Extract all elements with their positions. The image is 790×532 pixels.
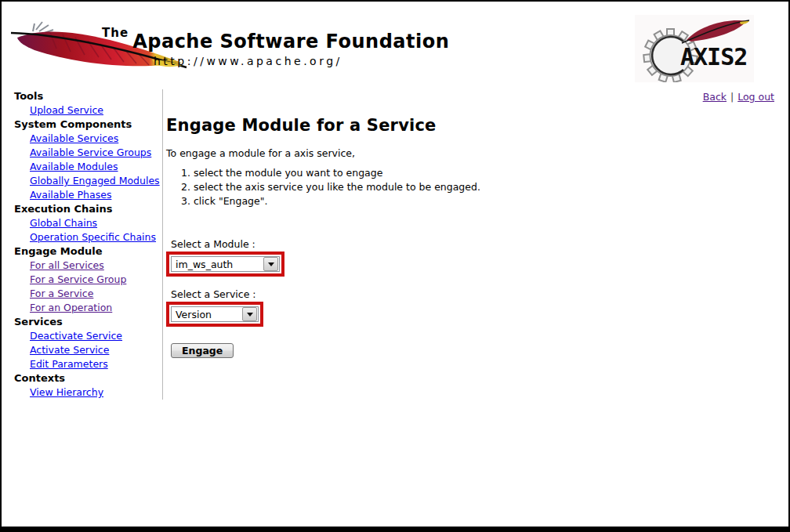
sidebar-item-available-service-groups[interactable]: Available Service Groups	[2, 146, 161, 160]
brand-prefix: The	[102, 26, 129, 40]
instruction-list: select the module you want to engage sel…	[166, 166, 781, 208]
module-select-value: im_ws_auth	[176, 259, 233, 270]
module-select[interactable]: im_ws_auth	[171, 256, 280, 272]
sidebar-section-contexts: Contexts	[2, 371, 161, 385]
brand-title-line: The Apache Software Foundation	[102, 26, 449, 52]
apache-brand: The Apache Software Foundation http://ww…	[102, 26, 449, 67]
module-dropdown-arrow-icon[interactable]	[263, 257, 278, 271]
intro-text: To engage a module for a axis service,	[166, 147, 781, 159]
module-select-label: Select a Module :	[171, 238, 781, 250]
chevron-down-icon	[268, 262, 274, 266]
sidebar-item-deactivate-service[interactable]: Deactivate Service	[2, 329, 161, 343]
brand-url: http://www.apache.org/	[154, 55, 449, 67]
sidebar-section-services: Services	[2, 315, 161, 329]
sidebar-section-tools: Tools	[2, 89, 161, 103]
axis2-logo-text: AXIS2	[680, 43, 747, 71]
sidebar-item-for-a-service[interactable]: For a Service	[2, 287, 161, 301]
sidebar-item-operation-specific-chains[interactable]: Operation Specific Chains	[2, 230, 161, 244]
sidebar-item-globally-engaged-modules[interactable]: Globally Engaged Modules	[2, 174, 161, 188]
sidebar-item-available-modules[interactable]: Available Modules	[2, 160, 161, 174]
sidebar-item-for-all-services[interactable]: For all Services	[2, 259, 161, 273]
service-dropdown-arrow-icon[interactable]	[242, 307, 257, 321]
sidebar-section-execution-chains: Execution Chains	[2, 202, 161, 216]
sidebar-item-global-chains[interactable]: Global Chains	[2, 216, 161, 230]
service-select-highlight-box: Version	[166, 302, 263, 327]
service-select[interactable]: Version	[171, 306, 259, 322]
sidebar-item-edit-parameters[interactable]: Edit Parameters	[2, 357, 161, 371]
sidebar-nav: Tools Upload Service System Components A…	[2, 89, 161, 400]
sidebar-item-upload-service[interactable]: Upload Service	[2, 103, 161, 118]
sidebar-section-system-components: System Components	[2, 118, 161, 132]
sidebar-divider	[162, 89, 163, 400]
chevron-down-icon	[247, 313, 253, 317]
sidebar-item-available-services[interactable]: Available Services	[2, 132, 161, 146]
main-content: Engage Module for a Service To engage a …	[166, 88, 781, 358]
instruction-step: select the axis service you like the mod…	[194, 180, 781, 194]
instruction-step: click "Engage".	[194, 194, 781, 208]
page-title: Engage Module for a Service	[166, 116, 781, 135]
instruction-step: select the module you want to engage	[194, 166, 781, 180]
sidebar-item-for-an-operation[interactable]: For an Operation	[2, 301, 161, 315]
sidebar-item-activate-service[interactable]: Activate Service	[2, 343, 161, 357]
axis2-logo: AXIS2	[635, 15, 754, 82]
brand-title: Apache Software Foundation	[132, 31, 449, 52]
axis2-admin-page: The Apache Software Foundation http://ww…	[0, 0, 790, 532]
sidebar-item-available-phases[interactable]: Available Phases	[2, 188, 161, 202]
service-select-value: Version	[176, 309, 212, 320]
module-select-highlight-box: im_ws_auth	[166, 252, 284, 277]
sidebar-item-view-hierarchy[interactable]: View Hierarchy	[2, 385, 161, 400]
sidebar-section-engage-module: Engage Module	[2, 244, 161, 259]
engage-button[interactable]: Engage	[171, 343, 234, 358]
service-select-label: Select a Service :	[171, 288, 781, 300]
sidebar-item-for-a-service-group[interactable]: For a Service Group	[2, 273, 161, 287]
